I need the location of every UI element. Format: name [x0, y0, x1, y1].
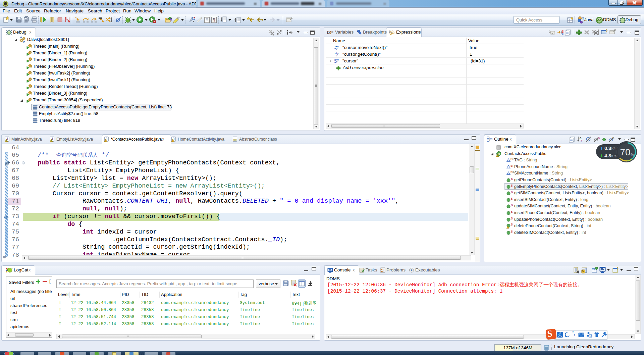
svg-text:S: S — [598, 136, 600, 140]
svg-text:010: 010 — [233, 139, 236, 141]
svg-text:S: S — [511, 217, 513, 220]
svg-text:J: J — [582, 16, 584, 21]
svg-text:S: S — [511, 197, 513, 200]
svg-text:S: S — [511, 190, 513, 194]
svg-text:S: S — [511, 177, 513, 181]
svg-text:70: 70 — [620, 147, 630, 157]
svg-text:z: z — [581, 139, 582, 143]
svg-text:S: S — [511, 203, 513, 207]
svg-text:S: S — [511, 223, 513, 226]
svg-text:S: S — [511, 184, 513, 187]
svg-text:(x)=: (x)= — [327, 30, 333, 34]
svg-text:S: S — [511, 230, 513, 233]
svg-text:%: % — [631, 153, 634, 157]
svg-text:L: L — [612, 136, 614, 140]
svg-text:S: S — [511, 210, 513, 213]
svg-text:{}: {} — [4, 2, 6, 6]
svg-text:19: 19 — [589, 335, 592, 337]
